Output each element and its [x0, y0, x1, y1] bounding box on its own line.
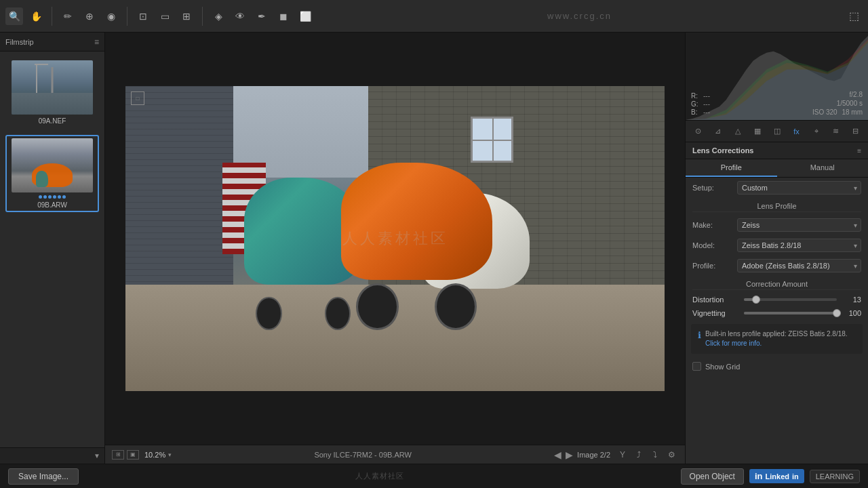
distortion-thumb[interactable]: [752, 296, 760, 304]
b-label: B:: [691, 108, 701, 116]
toolbar-separator-3: [202, 7, 203, 26]
scooter-teal-wheel-r: [256, 297, 281, 331]
tab-profile[interactable]: Profile: [686, 159, 777, 177]
iso-focal: ISO 320 18 mm: [812, 108, 863, 116]
shutter-value: 1/5000 s: [837, 100, 863, 107]
blue-info-row: B: ---: [691, 108, 710, 116]
vignetting-track[interactable]: [744, 312, 837, 314]
model-label: Model:: [692, 241, 733, 249]
panel-collapse-icon[interactable]: ≡: [857, 147, 861, 155]
status-Y-button[interactable]: Y: [616, 448, 629, 462]
panel-fx-icon[interactable]: fx: [789, 124, 804, 139]
filmstrip-bottom: ▼: [0, 447, 104, 464]
red-info-row: R: ---: [691, 92, 710, 100]
pen-tool[interactable]: ✒: [253, 7, 271, 25]
g-label: G:: [691, 100, 701, 108]
scooter-wheel-rear: [356, 283, 398, 330]
perspective-tool[interactable]: ▭: [156, 7, 174, 25]
r-value: ---: [703, 92, 710, 100]
filmstrip-collapse-icon[interactable]: ▼: [94, 452, 100, 460]
status-image-name: Sony ILCE-7RM2 - 09B.ARW: [314, 451, 411, 459]
hand-tool[interactable]: ✋: [27, 7, 45, 25]
corner-indicator: □: [131, 92, 144, 105]
profile-select[interactable]: Adobe (Zeiss Batis 2.8/18): [737, 259, 861, 272]
vignetting-thumb[interactable]: [833, 309, 841, 317]
export-tool[interactable]: ⬜: [296, 7, 314, 25]
film-dot-5: [58, 195, 61, 199]
clone-stamp-tool[interactable]: ⊕: [81, 7, 98, 25]
status-compare-icon[interactable]: ▣: [127, 450, 139, 460]
show-grid-checkbox[interactable]: [692, 362, 701, 371]
distortion-row: Distortion 13: [686, 293, 868, 306]
panel-transform-icon[interactable]: ≋: [829, 124, 844, 139]
lens-profile-info-box: ℹ Built-in lens profile applied: ZEISS B…: [691, 324, 863, 354]
green-info-row: G: ---: [691, 100, 710, 108]
make-label: Make:: [692, 221, 733, 229]
filmstrip-thumb-09b: [12, 138, 93, 192]
scooter-orange: [341, 163, 492, 331]
mask-tool[interactable]: ◼: [275, 7, 292, 25]
filmstrip-label-09a: 09A.NEF: [39, 117, 66, 125]
status-settings-icon[interactable]: ⚙: [665, 448, 678, 462]
window: [471, 117, 514, 163]
eye-tool[interactable]: 👁: [231, 7, 249, 25]
grid-tool[interactable]: ⊞: [178, 7, 195, 25]
panel-histogram-icon[interactable]: ⊙: [691, 124, 706, 139]
nav-prev[interactable]: ◀: [554, 449, 561, 460]
vignetting-row: Vignetting 100: [686, 306, 868, 320]
fullscreen-button[interactable]: ⬚: [845, 7, 863, 25]
save-image-button[interactable]: Save Image...: [8, 468, 79, 485]
vignetting-label: Vignetting: [692, 309, 740, 317]
photo-frame[interactable]: □ 人人素材社区: [125, 86, 665, 391]
panel-basic-icon[interactable]: ⊿: [711, 124, 726, 139]
status-export-icon[interactable]: ⤴: [632, 448, 646, 462]
photo-scene: □: [125, 86, 665, 391]
focal-value: 18 mm: [842, 108, 863, 116]
status-nav: ◀ ▶ Image 2/2: [554, 449, 610, 460]
make-row: Make: Zeiss Canon Nikon Sony: [686, 215, 868, 235]
status-import-icon[interactable]: ⤵: [648, 448, 662, 462]
scooter-orange-body: [341, 163, 492, 280]
model-row: Model: Zeiss Batis 2.8/18: [686, 235, 868, 256]
zoom-value: 10.2%: [144, 451, 165, 459]
tab-manual[interactable]: Manual: [777, 159, 869, 177]
filmstrip-item-09b[interactable]: 09B.ARW: [5, 135, 99, 212]
panel-hsl-icon[interactable]: ▦: [750, 124, 765, 139]
zoom-dropdown[interactable]: ▾: [168, 451, 172, 458]
crop-tool[interactable]: ⊡: [134, 7, 152, 25]
setup-select[interactable]: Custom Default: [737, 181, 861, 195]
toolbar-center: www.crcg.cn: [318, 11, 841, 21]
film-dot-1: [39, 195, 42, 199]
panel-effects-icon[interactable]: ⊟: [848, 124, 863, 139]
filmstrip-menu-icon[interactable]: ≡: [94, 37, 99, 47]
nav-next[interactable]: ▶: [566, 449, 573, 460]
main-toolbar: 🔍 ✋ ✏ ⊕ ◉ ⊡ ▭ ⊞ ◈ 👁 ✒ ◼ ⬜ www.crcg.cn ⬚: [0, 0, 868, 33]
filmstrip-dots-09b: [39, 195, 66, 199]
heal-tool[interactable]: ◈: [210, 7, 227, 25]
lens-correction-tabs: Profile Manual: [686, 159, 868, 178]
toolbar-separator-1: [52, 7, 52, 26]
status-image-info: Sony ILCE-7RM2 - 09B.ARW: [177, 451, 549, 459]
make-select[interactable]: Zeiss Canon Nikon Sony: [737, 218, 861, 232]
panel-split-tone-icon[interactable]: ◫: [770, 124, 785, 139]
panel-tone-curve-icon[interactable]: △: [730, 124, 745, 139]
filmstrip-title: Filmstrip: [5, 38, 90, 46]
info-link[interactable]: Click for more info.: [705, 340, 762, 347]
app-bar: Save Image... 人人素材社区 Open Object in Link…: [0, 464, 868, 488]
status-grid-icon[interactable]: ⊞: [112, 450, 124, 460]
open-object-button[interactable]: Open Object: [681, 468, 744, 485]
info-icon: ℹ: [698, 330, 701, 340]
main-body: Filmstrip ≡ 09A.NEF: [0, 33, 868, 464]
zoom-tool[interactable]: 🔍: [5, 7, 23, 25]
brush-tool[interactable]: ✏: [59, 7, 77, 25]
learning-button[interactable]: LEARNING: [810, 470, 860, 483]
info-text-main: Built-in lens profile applied: ZEISS Bat…: [705, 330, 848, 338]
target-tool[interactable]: ◉: [102, 7, 120, 25]
lens-profile-header: Lens Profile: [692, 198, 861, 212]
linkedin-button[interactable]: in Linked in: [749, 469, 804, 483]
model-select[interactable]: Zeiss Batis 2.8/18: [737, 239, 861, 252]
distortion-track[interactable]: [744, 298, 837, 301]
filmstrip-item-09a[interactable]: 09A.NEF: [5, 57, 99, 128]
panel-lens-icon[interactable]: ⌖: [809, 124, 824, 139]
setup-row: Setup: Custom Default: [686, 178, 868, 198]
